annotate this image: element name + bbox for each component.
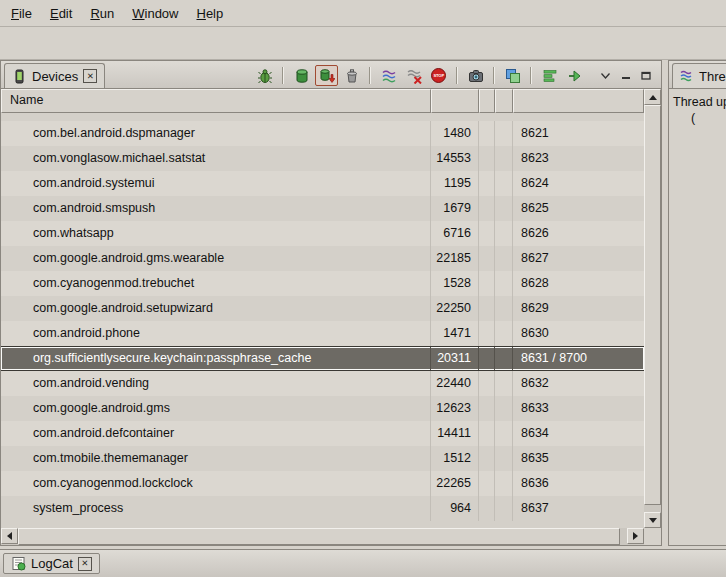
horizontal-scrollbar-thumb[interactable] <box>18 528 620 545</box>
column-header-port[interactable] <box>513 89 644 113</box>
process-table-body: com.bel.android.dspmanager14808621com.vo… <box>1 113 644 528</box>
cell-pid: 22250 <box>431 296 479 321</box>
table-row[interactable]: com.tmobile.thememanager15128635 <box>1 446 644 471</box>
update-heap-button[interactable] <box>289 65 314 87</box>
threads-icon <box>680 69 694 83</box>
column-header-name[interactable]: Name <box>1 89 431 113</box>
menu-help[interactable]: Help <box>187 2 232 25</box>
table-row[interactable]: com.android.systemui11958624 <box>1 171 644 196</box>
scroll-left-button[interactable] <box>1 528 18 544</box>
table-row[interactable]: com.google.android.gms126238633 <box>1 396 644 421</box>
debug-button[interactable] <box>252 65 277 87</box>
cell-ports: 8628 <box>513 271 644 296</box>
cell-spacer-2 <box>495 196 513 221</box>
devices-tabbar: Devices <box>1 61 661 89</box>
cell-spacer-2 <box>495 347 513 370</box>
toolbar-separator <box>530 67 532 84</box>
table-row[interactable]: com.android.defcontainer144118634 <box>1 421 644 446</box>
cause-gc-button[interactable] <box>339 65 364 87</box>
cell-ports: 8637 <box>513 496 644 521</box>
cell-spacer-1 <box>479 271 495 296</box>
update-heap-icon <box>294 68 310 84</box>
table-row[interactable]: com.android.vending224408632 <box>1 371 644 396</box>
tab-threads[interactable]: Threa <box>672 63 726 88</box>
close-icon[interactable] <box>83 69 97 83</box>
table-row[interactable]: com.vonglasow.michael.satstat145538623 <box>1 146 644 171</box>
menu-window[interactable]: Window <box>123 2 187 25</box>
menu-file[interactable]: File <box>2 2 41 25</box>
table-row[interactable]: com.whatsapp67168626 <box>1 221 644 246</box>
stop-profiling-button[interactable] <box>401 65 426 87</box>
cell-ports: 8630 <box>513 321 644 346</box>
arrow-up-icon <box>649 95 657 100</box>
cell-spacer-2 <box>495 296 513 321</box>
close-icon[interactable] <box>78 557 92 571</box>
toolbar-separator <box>493 67 495 84</box>
cell-name: com.whatsapp <box>1 221 431 246</box>
tab-devices-label: Devices <box>32 69 78 84</box>
maximize-button[interactable] <box>641 71 651 80</box>
cell-name: com.google.android.setupwizard <box>1 296 431 321</box>
cell-pid: 1679 <box>431 196 479 221</box>
cell-pid: 1528 <box>431 271 479 296</box>
cell-name: com.google.android.gms <box>1 396 431 421</box>
minimize-button[interactable] <box>621 71 631 80</box>
update-threads-icon <box>381 68 397 84</box>
table-row[interactable]: com.android.phone14718630 <box>1 321 644 346</box>
table-row[interactable]: com.bel.android.dspmanager14808621 <box>1 121 644 146</box>
opengl-trace-button[interactable] <box>562 65 587 87</box>
scroll-right-button[interactable] <box>627 528 644 544</box>
cell-pid: 1195 <box>431 171 479 196</box>
stop-process-button[interactable]: STOP <box>426 65 451 87</box>
cell-pid: 22185 <box>431 246 479 271</box>
cell-name: com.tmobile.thememanager <box>1 446 431 471</box>
table-row[interactable]: com.google.android.gms.wearable221858627 <box>1 246 644 271</box>
debug-icon <box>257 68 273 84</box>
table-row[interactable]: com.android.smspush16798625 <box>1 196 644 221</box>
cell-pid: 14411 <box>431 421 479 446</box>
horizontal-scrollbar-row <box>1 528 661 545</box>
chevron-down-icon <box>600 72 611 80</box>
table-row[interactable]: com.google.android.setupwizard222508629 <box>1 296 644 321</box>
tab-logcat[interactable]: LogCat <box>3 553 100 574</box>
cell-pid: 1512 <box>431 446 479 471</box>
view-hierarchy-button[interactable] <box>500 65 525 87</box>
cell-spacer-1 <box>479 496 495 521</box>
dump-hprof-button[interactable] <box>315 65 338 86</box>
cell-ports: 8626 <box>513 221 644 246</box>
table-row[interactable]: com.cyanogenmod.trebuchet15288628 <box>1 271 644 296</box>
horizontal-scrollbar[interactable] <box>1 528 644 545</box>
cause-gc-icon <box>344 68 360 84</box>
scroll-up-button[interactable] <box>644 89 661 105</box>
cell-ports: 8635 <box>513 446 644 471</box>
column-header-spacer-1[interactable] <box>479 89 495 113</box>
column-header-spacer-2[interactable] <box>495 89 513 113</box>
screen-capture-icon <box>468 68 484 84</box>
view-menu-button[interactable] <box>600 72 611 80</box>
cell-pid: 22265 <box>431 471 479 496</box>
cell-ports: 8631 / 8700 <box>513 347 644 370</box>
table-row[interactable]: org.sufficientlysecure.keychain:passphra… <box>1 346 644 371</box>
systrace-button[interactable] <box>537 65 562 87</box>
cell-spacer-2 <box>495 446 513 471</box>
column-header-pid[interactable] <box>431 89 479 113</box>
tab-devices[interactable]: Devices <box>4 63 105 88</box>
cell-ports: 8623 <box>513 146 644 171</box>
cell-spacer-1 <box>479 196 495 221</box>
table-row[interactable]: system_process9648637 <box>1 496 644 521</box>
menu-run[interactable]: Run <box>81 2 123 25</box>
scroll-down-button[interactable] <box>644 512 661 528</box>
vertical-scrollbar[interactable] <box>644 89 661 528</box>
cell-spacer-2 <box>495 321 513 346</box>
cell-name: com.android.vending <box>1 371 431 396</box>
table-row[interactable]: com.cyanogenmod.lockclock222658636 <box>1 471 644 496</box>
cell-name: com.google.android.gms.wearable <box>1 246 431 271</box>
update-threads-button[interactable] <box>376 65 401 87</box>
stop-label: STOP <box>433 73 443 77</box>
threads-view: Threa Thread up ( <box>668 60 726 546</box>
screen-capture-button[interactable] <box>463 65 488 87</box>
vertical-scrollbar-thumb[interactable] <box>644 105 661 505</box>
cell-name: system_process <box>1 496 431 521</box>
cell-pid: 964 <box>431 496 479 521</box>
menu-edit[interactable]: Edit <box>41 2 81 25</box>
